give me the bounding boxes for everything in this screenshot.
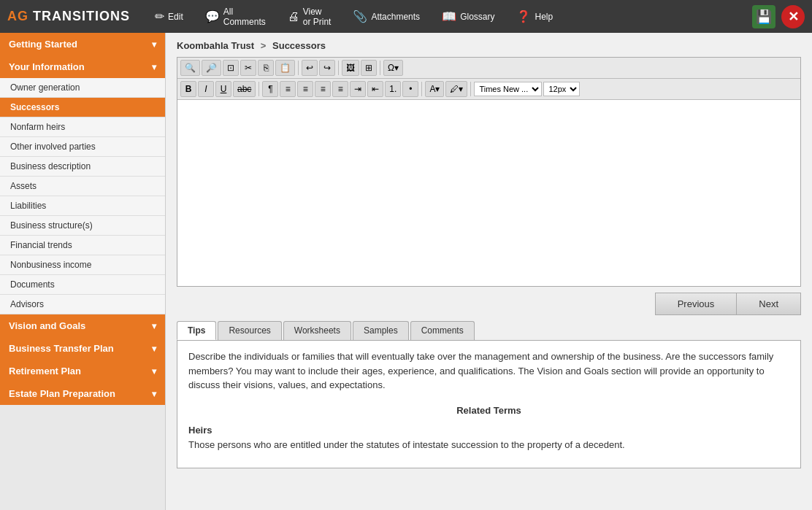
tb-select-btn[interactable]: ⊡	[223, 60, 239, 76]
business-transfer-label: Business Transfer Plan	[9, 343, 114, 354]
print-icon: 🖨	[288, 10, 299, 23]
tb-ul-btn[interactable]: •	[402, 81, 418, 97]
comments-icon: 💬	[205, 9, 220, 23]
getting-started-label: Getting Started	[9, 39, 77, 50]
tb-ol-btn[interactable]: 1.	[385, 81, 401, 97]
toolbar-sep5	[421, 82, 422, 96]
tb-align-left-btn[interactable]: ≡	[280, 81, 296, 97]
logo-transitions: TRANSITIONS	[33, 9, 130, 23]
tab-worksheets[interactable]: Worksheets	[283, 321, 351, 340]
toolbar-sep6	[470, 82, 471, 96]
navbar: AG TRANSITIONS ✏ Edit 💬 AllComments 🖨 Vi…	[0, 0, 812, 33]
sidebar-item-nonbusiness-income[interactable]: Nonbusiness income	[0, 255, 165, 275]
sidebar-item-advisors[interactable]: Advisors	[0, 295, 165, 314]
tb-cut-btn[interactable]: ✂	[240, 60, 256, 76]
sidebar-item-financial-trends[interactable]: Financial trends	[0, 236, 165, 255]
tb-italic-btn[interactable]: I	[198, 81, 214, 97]
logo-ag: AG	[7, 9, 28, 23]
sidebar-section-getting-started[interactable]: Getting Started ▾	[0, 33, 165, 55]
tab-resources[interactable]: Resources	[218, 321, 281, 340]
tb-align-center-btn[interactable]: ≡	[297, 81, 313, 97]
sidebar: Getting Started ▾ Your Information ▾ Own…	[0, 33, 166, 510]
vision-goals-chevron: ▾	[152, 321, 156, 331]
font-size-select[interactable]: 12px	[543, 82, 580, 96]
tb-table-btn[interactable]: ⊞	[361, 60, 377, 76]
nav-attachments[interactable]: 📎 Attachments	[348, 7, 424, 26]
tb-omega-btn[interactable]: Ω▾	[383, 60, 403, 76]
toolbar-sep1	[298, 61, 299, 75]
tb-font-color-btn[interactable]: A▾	[425, 81, 444, 97]
breadcrumb-current: Successors	[272, 40, 326, 51]
sidebar-item-liabilities[interactable]: Liabilities	[0, 196, 165, 216]
close-icon: ✕	[788, 9, 799, 25]
editor-body[interactable]	[177, 100, 800, 286]
tb-undo-btn[interactable]: ↩	[302, 60, 318, 76]
estate-plan-label: Estate Plan Preparation	[9, 388, 115, 399]
breadcrumb: Koombahla Trust > Successors	[177, 40, 801, 51]
navbar-actions: 💾 ✕	[752, 5, 805, 28]
sidebar-section-your-information[interactable]: Your Information ▾	[0, 55, 165, 78]
tb-strikethrough-btn[interactable]: abc	[233, 81, 256, 97]
tb-justify-btn[interactable]: ≡	[332, 81, 348, 97]
tb-paragraph-btn[interactable]: ¶	[262, 81, 278, 97]
estate-plan-chevron: ▾	[152, 389, 156, 399]
tb-underline-btn[interactable]: U	[215, 81, 231, 97]
nav-glossary[interactable]: 📖 Glossary	[437, 7, 499, 26]
getting-started-chevron: ▾	[152, 39, 156, 50]
sidebar-item-documents[interactable]: Documents	[0, 275, 165, 295]
attach-icon: 📎	[353, 9, 367, 23]
sidebar-item-successors[interactable]: Successors	[0, 98, 165, 117]
content-area: Koombahla Trust > Successors 🔍 🔎 ⊡ ✂ ⎘ 📋…	[166, 33, 812, 510]
sidebar-item-assets[interactable]: Assets	[0, 177, 165, 196]
tb-bold-btn[interactable]: B	[180, 81, 196, 97]
nav-buttons: Previous Next	[177, 293, 801, 315]
sidebar-section-estate-plan[interactable]: Estate Plan Preparation ▾	[0, 382, 165, 405]
nav-edit[interactable]: ✏ Edit	[150, 7, 188, 26]
tb-align-right-btn[interactable]: ≡	[315, 81, 331, 97]
tb-find2-btn[interactable]: 🔎	[202, 60, 221, 76]
sidebar-item-nonfarm-heirs[interactable]: Nonfarm heirs	[0, 117, 165, 137]
nav-attach-label: Attachments	[371, 12, 420, 22]
tab-tips[interactable]: Tips	[177, 321, 216, 340]
nav-help[interactable]: ❓ Help	[512, 7, 557, 26]
nav-print-label: Viewor Print	[303, 7, 332, 27]
nav-all-comments[interactable]: 💬 AllComments	[201, 4, 270, 30]
sidebar-section-business-transfer[interactable]: Business Transfer Plan ▾	[0, 337, 165, 360]
tb-redo-btn[interactable]: ↪	[319, 60, 335, 76]
tb-outdent-btn[interactable]: ⇤	[367, 81, 383, 97]
editor-container: 🔍 🔎 ⊡ ✂ ⎘ 📋 ↩ ↪ 🖼 ⊞ Ω▾ B I U abc	[177, 57, 801, 287]
font-family-select[interactable]: Times New ...	[474, 82, 542, 96]
nav-view-print[interactable]: 🖨 Viewor Print	[283, 4, 336, 30]
breadcrumb-sep: >	[261, 40, 267, 51]
sidebar-item-owner-generation[interactable]: Owner generation	[0, 78, 165, 98]
sidebar-section-retirement[interactable]: Retirement Plan ▾	[0, 360, 165, 382]
term-heirs-definition: Those persons who are entitled under the…	[188, 438, 789, 452]
help-icon: ❓	[516, 9, 531, 23]
tb-indent-btn[interactable]: ⇥	[350, 81, 366, 97]
sidebar-item-business-structure[interactable]: Business structure(s)	[0, 216, 165, 236]
tb-image-btn[interactable]: 🖼	[342, 60, 359, 76]
your-information-label: Your Information	[9, 61, 85, 72]
business-transfer-chevron: ▾	[152, 344, 156, 354]
sidebar-section-vision-and-goals[interactable]: Vision and Goals ▾	[0, 314, 165, 337]
tb-find-btn[interactable]: 🔍	[180, 60, 200, 76]
close-button[interactable]: ✕	[781, 5, 805, 28]
save-button[interactable]: 💾	[752, 5, 775, 28]
sidebar-item-other-involved[interactable]: Other involved parties	[0, 137, 165, 157]
tb-paste-btn[interactable]: 📋	[275, 60, 295, 76]
tab-samples[interactable]: Samples	[353, 321, 409, 340]
tab-comments[interactable]: Comments	[410, 321, 475, 340]
nav-glossary-label: Glossary	[460, 12, 494, 22]
tips-tabs: Tips Resources Worksheets Samples Commen…	[177, 321, 801, 340]
next-button[interactable]: Next	[736, 293, 801, 315]
sidebar-item-business-description[interactable]: Business description	[0, 157, 165, 177]
edit-icon: ✏	[155, 9, 164, 23]
tb-highlight-btn[interactable]: 🖊▾	[445, 81, 467, 97]
tb-copy-btn[interactable]: ⎘	[258, 60, 274, 76]
breadcrumb-trust: Koombahla Trust	[177, 40, 254, 51]
previous-button[interactable]: Previous	[655, 293, 737, 315]
toolbar-sep2	[338, 61, 339, 75]
nav-edit-label: Edit	[168, 12, 183, 22]
save-icon: 💾	[756, 9, 772, 25]
toolbar-sep4	[258, 82, 259, 96]
